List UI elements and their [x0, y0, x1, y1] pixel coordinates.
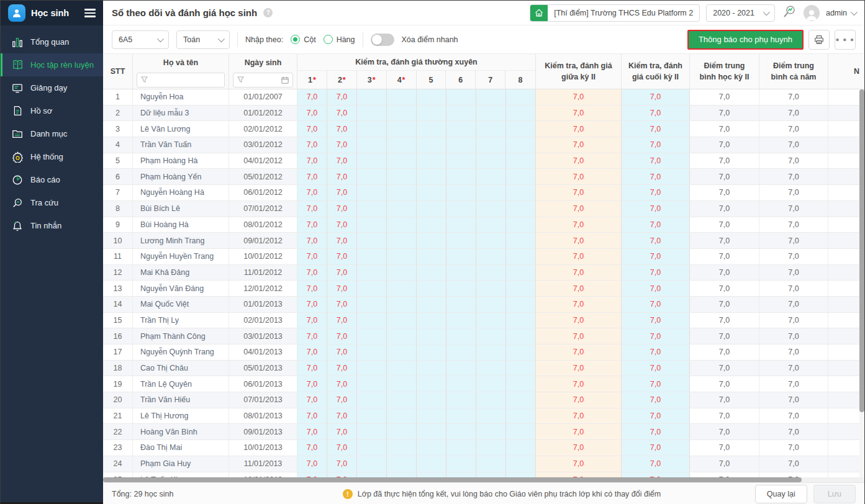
cell-final[interactable]: 7,0 [622, 392, 690, 408]
cell-score-7[interactable] [476, 185, 506, 200]
cell-score-3[interactable] [357, 328, 387, 344]
cell-score-5[interactable] [417, 233, 446, 248]
cell-final[interactable]: 7,0 [622, 440, 690, 456]
table-row[interactable]: 19 Trần Lệ Quyên 06/01/2013 7,0 7,0 7,0 … [103, 376, 864, 392]
cell-score-5[interactable] [417, 265, 446, 281]
cell-score-7[interactable] [476, 392, 506, 408]
cell-midterm[interactable]: 7,0 [536, 169, 622, 184]
cell-midterm[interactable]: 7,0 [536, 456, 622, 472]
cell-score-6[interactable] [446, 328, 476, 344]
notify-parents-button[interactable]: Thông báo cho phụ huynh [687, 30, 804, 50]
cell-score-7[interactable] [476, 281, 506, 296]
cell-final[interactable]: 7,0 [622, 201, 690, 217]
cell-score-8[interactable] [506, 217, 536, 233]
cell-score-8[interactable] [506, 376, 536, 392]
cell-final[interactable]: 7,0 [622, 361, 690, 376]
cell-score-7[interactable] [476, 344, 506, 360]
cell-score-2[interactable]: 7,0 [327, 344, 357, 360]
class-dropdown[interactable]: 6A5 [112, 30, 169, 49]
cell-final[interactable]: 7,0 [622, 265, 690, 281]
sidebar-item-tong-quan[interactable]: Tổng quan [1, 30, 103, 53]
cell-score-7[interactable] [476, 169, 506, 184]
cell-score-7[interactable] [476, 313, 506, 328]
cell-final[interactable]: 7,0 [622, 328, 690, 344]
sidebar-item-giang-day[interactable]: Giảng dạy [1, 76, 103, 99]
cell-score-2[interactable]: 7,0 [327, 440, 357, 456]
cell-score-7[interactable] [476, 249, 506, 264]
table-row[interactable]: 9 Bùi Hoàng Hà 08/01/2012 7,0 7,0 7,0 7,… [103, 217, 864, 233]
cell-score-3[interactable] [357, 121, 387, 137]
table-row[interactable]: 24 Phạm Gia Huy 11/01/2013 7,0 7,0 7,0 7… [103, 456, 864, 472]
more-options-button[interactable]: ● ● ● [835, 30, 856, 50]
cell-midterm[interactable]: 7,0 [536, 440, 622, 456]
cell-score-7[interactable] [476, 201, 506, 217]
cell-final[interactable]: 7,0 [622, 106, 690, 121]
cell-score-4[interactable] [387, 201, 417, 217]
cell-midterm[interactable]: 7,0 [536, 472, 622, 478]
cell-score-4[interactable] [387, 408, 417, 424]
cell-score-3[interactable] [357, 89, 387, 105]
cell-score-1[interactable]: 7,0 [297, 265, 327, 281]
cell-final[interactable]: 7,0 [622, 424, 690, 439]
radio-row[interactable]: Hàng [324, 35, 355, 44]
cell-midterm[interactable]: 7,0 [536, 249, 622, 264]
cell-score-2[interactable]: 7,0 [327, 376, 357, 392]
cell-final[interactable]: 7,0 [622, 137, 690, 153]
zoom-extension-icon[interactable] [781, 4, 797, 22]
cell-score-5[interactable] [417, 106, 446, 121]
cell-score-6[interactable] [446, 89, 476, 105]
cell-score-1[interactable]: 7,0 [297, 297, 327, 312]
cell-score-1[interactable]: 7,0 [297, 106, 327, 121]
cell-score-1[interactable]: 7,0 [297, 233, 327, 248]
cell-midterm[interactable]: 7,0 [536, 201, 622, 217]
table-row[interactable]: 25 Lê Tuấn Khang 12/01/2013 7,0 7,0 7,0 … [103, 472, 864, 478]
cell-score-4[interactable] [387, 265, 417, 281]
table-row[interactable]: 11 Nguyễn Huyền Trang 10/01/2012 7,0 7,0… [103, 249, 864, 265]
cell-score-1[interactable]: 7,0 [297, 137, 327, 153]
cell-score-2[interactable]: 7,0 [327, 281, 357, 296]
cell-final[interactable]: 7,0 [622, 456, 690, 472]
cell-score-3[interactable] [357, 201, 387, 217]
cell-midterm[interactable]: 7,0 [536, 233, 622, 248]
table-row[interactable]: 4 Trần Văn Tuấn 03/01/2012 7,0 7,0 7,0 7… [103, 137, 864, 153]
cell-score-6[interactable] [446, 344, 476, 360]
cell-score-2[interactable]: 7,0 [327, 392, 357, 408]
cell-score-7[interactable] [476, 408, 506, 424]
cell-score-2[interactable]: 7,0 [327, 472, 357, 478]
cell-score-6[interactable] [446, 153, 476, 169]
cell-score-3[interactable] [357, 265, 387, 281]
cell-score-8[interactable] [506, 361, 536, 376]
cell-score-5[interactable] [417, 249, 446, 264]
cell-score-4[interactable] [387, 281, 417, 296]
cell-score-4[interactable] [387, 344, 417, 360]
table-row[interactable]: 20 Trần Văn Hiếu 07/01/2013 7,0 7,0 7,0 … [103, 392, 864, 408]
radio-column[interactable]: Cột [291, 35, 315, 44]
cell-score-6[interactable] [446, 169, 476, 184]
cell-score-3[interactable] [357, 281, 387, 296]
name-filter-input[interactable] [137, 73, 225, 88]
cell-score-4[interactable] [387, 297, 417, 312]
sidebar-item-bao-cao[interactable]: Báo cáo [1, 168, 103, 191]
cell-score-4[interactable] [387, 249, 417, 264]
cell-score-2[interactable]: 7,0 [327, 106, 357, 121]
cell-final[interactable]: 7,0 [622, 153, 690, 169]
cell-score-6[interactable] [446, 408, 476, 424]
cell-score-1[interactable]: 7,0 [297, 472, 327, 478]
cell-score-1[interactable]: 7,0 [297, 201, 327, 217]
cell-score-8[interactable] [506, 313, 536, 328]
sidebar-item-he-thong[interactable]: Hệ thống [1, 145, 103, 168]
cell-score-7[interactable] [476, 361, 506, 376]
cell-score-2[interactable]: 7,0 [327, 89, 357, 105]
cell-score-6[interactable] [446, 281, 476, 296]
cell-score-5[interactable] [417, 313, 446, 328]
cell-midterm[interactable]: 7,0 [536, 281, 622, 296]
cell-score-4[interactable] [387, 217, 417, 233]
cell-score-5[interactable] [417, 472, 446, 478]
cell-score-8[interactable] [506, 137, 536, 153]
cell-score-2[interactable]: 7,0 [327, 201, 357, 217]
cell-score-6[interactable] [446, 233, 476, 248]
save-button[interactable]: Lưu [813, 485, 856, 503]
table-row[interactable]: 21 Lê Thị Hương 08/01/2013 7,0 7,0 7,0 7… [103, 408, 864, 425]
cell-score-8[interactable] [506, 169, 536, 184]
cell-score-8[interactable] [506, 153, 536, 169]
